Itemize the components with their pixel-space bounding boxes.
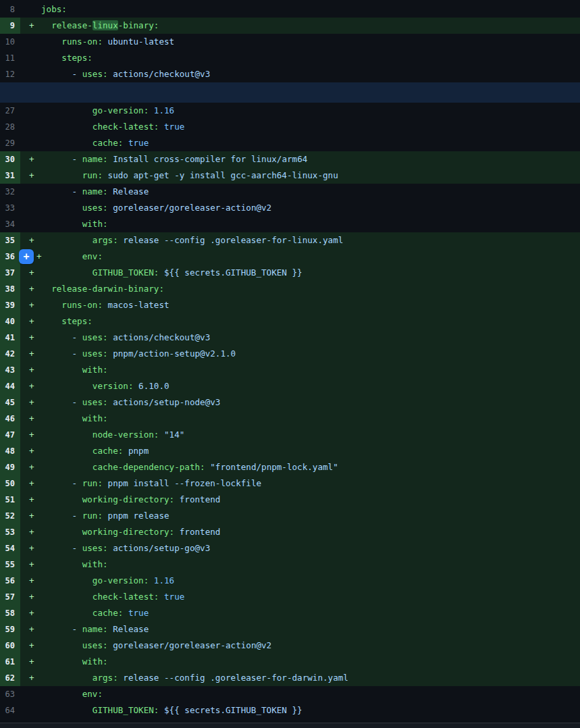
- code-line: GITHUB_TOKEN: ${{ secrets.GITHUB_TOKEN }…: [41, 265, 302, 281]
- diff-row: 8jobs:: [0, 1, 580, 18]
- line-number[interactable]: 43: [0, 362, 20, 378]
- line-number[interactable]: 27: [0, 103, 20, 119]
- diff-row: 28 check-latest: true: [0, 119, 580, 135]
- code-token: -: [41, 624, 82, 634]
- code-line: runs-on: macos-latest: [41, 297, 169, 313]
- code-token: version:: [41, 381, 133, 391]
- line-number[interactable]: 53: [0, 524, 20, 540]
- line-number[interactable]: 50: [0, 475, 20, 492]
- line-number[interactable]: 38: [0, 281, 20, 297]
- line-number[interactable]: 30: [0, 151, 20, 167]
- code-token: env:: [41, 689, 103, 699]
- line-number[interactable]: 35: [0, 232, 20, 249]
- diff-row: 50+ - run: pnpm install --frozen-lockfil…: [0, 475, 580, 492]
- line-number[interactable]: 42: [0, 346, 20, 362]
- code-line: run: sudo apt-get -y install gcc-aarch64…: [41, 167, 338, 184]
- line-number[interactable]: 33: [0, 200, 20, 216]
- code-line: go-version: 1.16: [41, 103, 174, 119]
- line-number[interactable]: 28: [0, 119, 20, 135]
- line-number[interactable]: 45: [0, 394, 20, 411]
- line-number[interactable]: 54: [0, 540, 20, 556]
- code-line: runs-on: ubuntu-latest: [41, 34, 174, 50]
- line-number[interactable]: 39: [0, 297, 20, 313]
- diff-marker: +: [20, 151, 41, 167]
- code-token: -: [41, 69, 82, 79]
- line-number[interactable]: 63: [0, 686, 20, 702]
- line-number[interactable]: 29: [0, 135, 20, 151]
- code-token: run:: [82, 478, 103, 488]
- line-number[interactable]: 48: [0, 443, 20, 459]
- line-number[interactable]: 34: [0, 216, 20, 232]
- code-token: pnpm/action-setup@v2.1.0: [108, 348, 236, 359]
- add-comment-button[interactable]: +: [19, 249, 34, 264]
- diff-marker: +: [20, 492, 41, 508]
- diff-row: 60+ uses: goreleaser/goreleaser-action@v…: [0, 638, 580, 654]
- code-token: pnpm release: [103, 511, 169, 521]
- line-number[interactable]: 64: [0, 702, 20, 719]
- line-number[interactable]: 41: [0, 330, 20, 346]
- line-number[interactable]: 9: [0, 18, 20, 34]
- code-token: 1.16: [149, 105, 174, 115]
- code-token: sudo apt-get -y install gcc-aarch64-linu…: [103, 170, 338, 180]
- expand-hunk-row[interactable]: [0, 82, 580, 103]
- diff-marker: [20, 50, 41, 66]
- diff-row: 44+ version: 6.10.0: [0, 378, 580, 394]
- line-number[interactable]: 56: [0, 573, 20, 589]
- line-number[interactable]: 40: [0, 313, 20, 330]
- line-number[interactable]: 57: [0, 589, 20, 605]
- code-token: -binary:: [118, 20, 159, 30]
- diff-row: 52+ - run: pnpm release: [0, 508, 580, 524]
- code-token: steps:: [41, 53, 93, 63]
- code-token: ubuntu-latest: [103, 36, 174, 47]
- diff-row: 47+ node-version: "14": [0, 427, 580, 443]
- diff-marker: +: [20, 459, 41, 475]
- diff-row: 42+ - uses: pnpm/action-setup@v2.1.0: [0, 346, 580, 362]
- line-number[interactable]: 51: [0, 492, 20, 508]
- line-number[interactable]: 32: [0, 184, 20, 200]
- code-line: cache: true: [41, 605, 149, 621]
- line-number[interactable]: 37: [0, 265, 20, 281]
- diff-row: 57+ check-latest: true: [0, 589, 580, 605]
- line-number[interactable]: 59: [0, 621, 20, 638]
- code-token: -: [41, 511, 82, 521]
- code-token: -: [41, 154, 82, 164]
- line-number[interactable]: 8: [0, 1, 20, 18]
- diff-marker: +: [20, 443, 41, 459]
- code-line: uses: goreleaser/goreleaser-action@v2: [41, 638, 271, 654]
- code-line: - uses: actions/setup-node@v3: [41, 394, 220, 411]
- diff-row: 33 uses: goreleaser/goreleaser-action@v2: [0, 200, 580, 216]
- code-token: GITHUB_TOKEN:: [41, 705, 159, 715]
- line-number[interactable]: 49: [0, 459, 20, 475]
- line-number[interactable]: 11: [0, 50, 20, 66]
- diff-marker: [20, 686, 41, 702]
- line-number[interactable]: 61: [0, 654, 20, 670]
- line-number[interactable]: 36: [0, 249, 20, 265]
- line-number[interactable]: 58: [0, 605, 20, 621]
- code-line: with:: [41, 411, 108, 427]
- line-number[interactable]: 44: [0, 378, 20, 394]
- line-number[interactable]: 47: [0, 427, 20, 443]
- line-number[interactable]: 60: [0, 638, 20, 654]
- code-token: uses:: [82, 69, 108, 79]
- code-token: uses:: [82, 348, 108, 359]
- line-number[interactable]: 55: [0, 556, 20, 573]
- line-number[interactable]: 12: [0, 66, 20, 82]
- code-token: uses:: [82, 397, 108, 407]
- line-number[interactable]: 31: [0, 167, 20, 184]
- diff-row: 30+ - name: Install cross-compiler for l…: [0, 151, 580, 167]
- diff-row: 39+ runs-on: macos-latest: [0, 297, 580, 313]
- line-number[interactable]: 10: [0, 34, 20, 50]
- code-line: - run: pnpm release: [41, 508, 169, 524]
- code-token: args:: [41, 673, 118, 683]
- line-number[interactable]: 62: [0, 670, 20, 686]
- line-number[interactable]: 52: [0, 508, 20, 524]
- line-number[interactable]: 46: [0, 411, 20, 427]
- word-diff-highlight: linux: [93, 20, 118, 30]
- diff-row: 32 - name: Release: [0, 184, 580, 200]
- diff-row: 41+ - uses: actions/checkout@v3: [0, 330, 580, 346]
- code-line: with:: [41, 654, 108, 670]
- diff-marker: +: [20, 524, 41, 540]
- code-token: actions/checkout@v3: [108, 332, 211, 342]
- diff-row: 61+ with:: [0, 654, 580, 670]
- diff-marker: +: [20, 638, 41, 654]
